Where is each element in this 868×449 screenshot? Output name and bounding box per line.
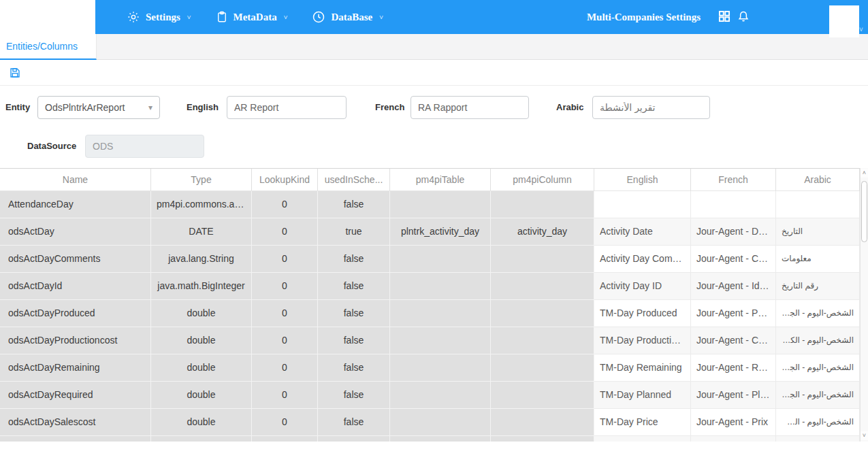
- table-cell[interactable]: [594, 436, 691, 442]
- table-cell[interactable]: Jour-Agent - RAF: [691, 354, 776, 382]
- chevron-down-icon: ˅: [187, 14, 191, 21]
- table-cell[interactable]: الشخص-اليوم - الجهد المنتج: [776, 300, 860, 327]
- table-cell: false: [318, 354, 390, 382]
- chevron-down-icon[interactable]: ˅: [859, 26, 863, 33]
- table-cell: odsActDay: [0, 218, 151, 246]
- clipboard-icon: [216, 10, 228, 24]
- table-cell: [390, 382, 491, 409]
- column-header[interactable]: pm4piColumn: [491, 169, 594, 191]
- table-cell[interactable]: رقم التاريخ: [776, 273, 860, 300]
- column-header[interactable]: Type: [151, 169, 252, 191]
- grid-header-row: NameTypeLookupKindusedInSche...pm4piTabl…: [0, 169, 860, 191]
- table-cell[interactable]: TM-Day Production...: [594, 327, 691, 354]
- table-cell[interactable]: [776, 191, 860, 218]
- datasource-field: [85, 135, 204, 158]
- table-cell: [491, 300, 594, 327]
- app-root: Settings ˅ MetaData ˅: [0, 0, 868, 449]
- column-header[interactable]: French: [691, 169, 776, 191]
- table-cell: [318, 436, 390, 442]
- table-cell[interactable]: الشخص-اليوم - الجهد المتبقي: [776, 354, 860, 382]
- grid-body: AttendanceDaypm4pi.commons.ann...0falseo…: [0, 191, 860, 442]
- table-cell[interactable]: Jour-Agent - Cout: [691, 327, 776, 354]
- table-cell: [252, 436, 318, 442]
- column-header[interactable]: pm4piTable: [390, 169, 491, 191]
- scroll-down-icon[interactable]: ˅: [861, 431, 868, 440]
- menu-item-metadata[interactable]: MetaData ˅: [216, 10, 288, 24]
- column-header[interactable]: usedInSche...: [318, 169, 390, 191]
- column-header[interactable]: Name: [0, 169, 151, 191]
- table-cell[interactable]: Jour-Agent - Date: [691, 218, 776, 246]
- table-row: odsActDayRequireddouble0falseTM-Day Plan…: [0, 382, 860, 409]
- table-cell[interactable]: TM-Day Price: [594, 409, 691, 436]
- column-header[interactable]: Arabic: [776, 169, 860, 191]
- menu-item-settings[interactable]: Settings ˅: [127, 10, 191, 24]
- table-cell: 0: [252, 191, 318, 218]
- table-cell: [491, 191, 594, 218]
- table-cell: odsActDayProduced: [0, 300, 151, 327]
- french-label: French: [375, 96, 404, 119]
- table-row: [0, 436, 860, 442]
- english-field[interactable]: [227, 96, 347, 119]
- table-cell[interactable]: TM-Day Produced: [594, 300, 691, 327]
- table-cell[interactable]: الشخص-اليوم - السعر: [776, 409, 860, 436]
- table-cell: [491, 409, 594, 436]
- table-cell: activity_day: [491, 218, 594, 246]
- column-header[interactable]: English: [594, 169, 691, 191]
- table-cell: [491, 273, 594, 300]
- table-cell: [390, 436, 491, 442]
- table-cell[interactable]: الشخص-اليوم - الجهد المتوقع: [776, 382, 860, 409]
- table-cell: [491, 246, 594, 273]
- table-cell: false: [318, 273, 390, 300]
- table-cell: [390, 246, 491, 273]
- table-cell[interactable]: Activity Day ID: [594, 273, 691, 300]
- save-button[interactable]: [9, 67, 21, 79]
- menu-item-database[interactable]: DataBase ˅: [312, 10, 383, 24]
- table-cell[interactable]: TM-Day Planned: [594, 382, 691, 409]
- notifications-bell-icon[interactable]: [737, 10, 752, 24]
- vertical-scrollbar[interactable]: ˄ ˅: [860, 168, 868, 442]
- apps-grid-icon[interactable]: [718, 10, 733, 24]
- scrollbar-thumb[interactable]: [861, 181, 867, 242]
- table-cell[interactable]: التاريخ: [776, 218, 860, 246]
- table-row: AttendanceDaypm4pi.commons.ann...0false: [0, 191, 860, 218]
- table-cell: double: [151, 300, 252, 327]
- table-cell: [491, 327, 594, 354]
- table-cell[interactable]: Activity Date: [594, 218, 691, 246]
- table-cell: odsActDaySalescost: [0, 409, 151, 436]
- table-cell: odsActDayRemaining: [0, 354, 151, 382]
- table-cell[interactable]: Jour-Agent - Ide...: [691, 273, 776, 300]
- table-cell[interactable]: [594, 191, 691, 218]
- table-cell: [390, 273, 491, 300]
- table-cell[interactable]: الشخص-اليوم - الكلفة: [776, 327, 860, 354]
- table-cell[interactable]: معلومات: [776, 246, 860, 273]
- table-cell[interactable]: Jour-Agent - Prix: [691, 409, 776, 436]
- multi-companies-settings-title[interactable]: Multi-Companies Settings: [587, 0, 701, 34]
- datasource-label: DataSource: [27, 135, 76, 158]
- table-cell: false: [318, 382, 390, 409]
- table-cell[interactable]: Jour-Agent - Pla...: [691, 382, 776, 409]
- table-cell: double: [151, 409, 252, 436]
- table-cell: AttendanceDay: [0, 191, 151, 218]
- arabic-label: Arabic: [556, 96, 583, 119]
- table-cell: 0: [252, 300, 318, 327]
- table-row: odsActDayIdjava.math.BigInteger0falseAct…: [0, 273, 860, 300]
- french-field[interactable]: [411, 96, 529, 119]
- table-cell[interactable]: [691, 436, 776, 442]
- column-header[interactable]: LookupKind: [252, 169, 318, 191]
- scroll-up-icon[interactable]: ˄: [861, 169, 868, 178]
- table-cell[interactable]: [776, 436, 860, 442]
- table-cell[interactable]: [691, 191, 776, 218]
- table-row: odsActDayCommentsjava.lang.String0falseA…: [0, 246, 860, 273]
- table-cell[interactable]: Activity Day Comm...: [594, 246, 691, 273]
- entity-select[interactable]: OdsPlntrkArReport ▾: [37, 96, 160, 119]
- app-header: Settings ˅ MetaData ˅: [0, 0, 868, 34]
- menu-item-label: Settings: [146, 12, 180, 23]
- tab-entities-columns[interactable]: Entities/Columns: [0, 34, 97, 60]
- table-cell[interactable]: Jour-Agent - Co...: [691, 246, 776, 273]
- table-cell: 0: [252, 354, 318, 382]
- arabic-field[interactable]: [592, 96, 710, 119]
- user-avatar[interactable]: [829, 5, 859, 37]
- table-cell[interactable]: Jour-Agent - Pro...: [691, 300, 776, 327]
- chevron-down-icon: ˅: [379, 14, 383, 21]
- table-cell[interactable]: TM-Day Remaining: [594, 354, 691, 382]
